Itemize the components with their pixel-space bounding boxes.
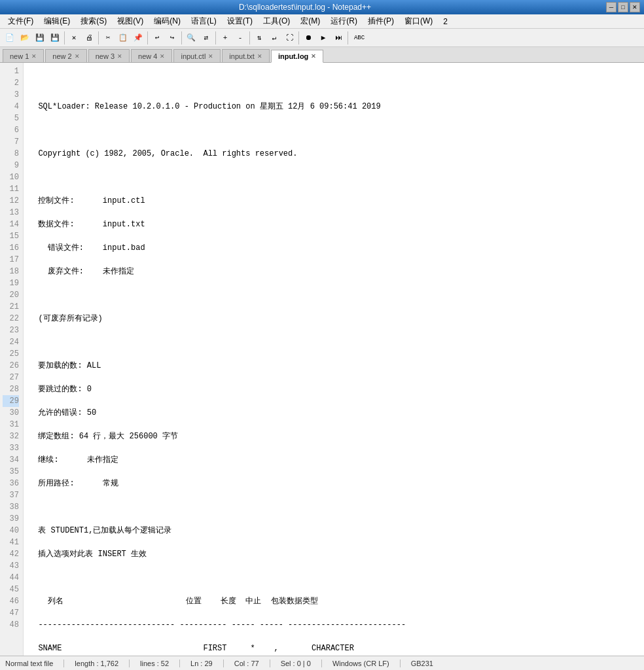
menu-macro[interactable]: 宏(M) [295,14,325,28]
line-14: 要跳过的数: 0 [29,383,639,395]
line-7: 数据文件: input.txt [29,219,639,230]
menu-search[interactable]: 搜索(S) [75,14,112,28]
run-button[interactable]: ⏭ [331,31,346,45]
minimize-button[interactable]: ─ [606,2,617,12]
menu-tools[interactable]: 工具(O) [258,14,295,28]
save-button[interactable]: 💾 [33,31,47,45]
menu-window[interactable]: 窗口(W) [399,14,438,28]
word-wrap-button[interactable]: ↵ [267,31,281,45]
maximize-button[interactable]: □ [618,2,628,12]
replace-button[interactable]: ⇄ [199,31,213,45]
menu-2[interactable]: 2 [438,16,453,27]
line-25: SNAME FIRST * , CHARACTER [29,643,639,654]
ln-31: 31 [3,419,19,431]
ln-23: 23 [3,325,19,336]
menu-view[interactable]: 视图(V) [112,14,149,28]
tab-inputlog-close[interactable]: ✕ [311,53,316,60]
line-11: (可废弃所有记录) [29,313,639,325]
tab-new4[interactable]: new 4 ✕ [131,49,172,62]
tab-new2-close[interactable]: ✕ [75,53,80,60]
line-21: 插入选项对此表 INSERT 生效 [29,548,639,560]
ln-43: 43 [3,560,19,572]
toolbar: 📄 📂 💾 💾 ✕ 🖨 ✂ 📋 📌 ↩ ↪ 🔍 ⇄ + - ⇅ ↵ ⛶ ⏺ ▶ … [0,29,644,47]
tab-inputtxt[interactable]: input.txt ✕ [222,49,270,62]
status-ln: Ln : 29 [190,660,224,667]
copy-button[interactable]: 📋 [116,31,130,45]
menu-language[interactable]: 语言(L) [186,14,222,28]
tab-new4-close[interactable]: ✕ [160,53,165,60]
redo-button[interactable]: ↪ [165,31,179,45]
window-title: D:\sqlloadertest\input.log - Notepad++ [4,3,606,12]
status-file-type: Normal text file [5,660,64,667]
menu-run[interactable]: 运行(R) [325,14,363,28]
ln-47: 47 [3,607,19,619]
line-8: 错误文件: input.bad [29,242,639,254]
line-12 [29,336,639,348]
toolbar-sep-7 [298,31,299,44]
ln-19: 19 [3,277,19,289]
fullscreen-button[interactable]: ⛶ [282,31,296,45]
status-eol: Windows (CR LF) [332,660,401,667]
tab-inputctl[interactable]: input.ctl ✕ [173,49,221,62]
ln-42: 42 [3,548,19,560]
close-button[interactable]: ✕ [630,2,640,12]
menu-settings[interactable]: 设置(T) [222,14,258,28]
menu-bar: 文件(F) 编辑(E) 搜索(S) 视图(V) 编码(N) 语言(L) 设置(T… [0,14,644,29]
ln-38: 38 [3,501,19,513]
ln-22: 22 [3,313,19,325]
close-button[interactable]: ✕ [67,31,81,45]
tab-inputlog[interactable]: input.log ✕ [271,50,323,63]
menu-encode[interactable]: 编码(N) [149,14,186,28]
menu-plugins[interactable]: 插件(P) [363,14,399,28]
tab-new3[interactable]: new 3 ✕ [88,49,130,62]
menu-file[interactable]: 文件(F) [3,14,39,28]
open-file-button[interactable]: 📂 [18,31,32,45]
abc-button[interactable]: ABC [350,31,368,45]
line-24: ----------------------------- ----------… [29,619,639,631]
tab-inputctl-close[interactable]: ✕ [208,53,213,60]
line-10 [29,289,639,301]
ln-37: 37 [3,489,19,501]
print-button[interactable]: 🖨 [82,31,96,45]
ln-8: 8 [3,148,19,160]
ln-25: 25 [3,348,19,360]
line-23: 列名 位置 长度 中止 包装数据类型 [29,595,639,607]
undo-button[interactable]: ↩ [150,31,164,45]
status-length: length : 1,762 [75,660,130,667]
line-3 [29,124,639,136]
find-button[interactable]: 🔍 [184,31,198,45]
toolbar-sep-6 [249,31,250,44]
tab-new1-close[interactable]: ✕ [31,53,37,60]
ln-15: 15 [3,230,19,242]
tab-inputtxt-close[interactable]: ✕ [257,53,262,60]
line-6: 控制文件: input.ctl [29,195,639,207]
ln-45: 45 [3,584,19,595]
paste-button[interactable]: 📌 [131,31,145,45]
menu-edit[interactable]: 编辑(E) [39,14,75,28]
tab-new2[interactable]: new 2 ✕ [45,49,86,62]
zoom-in-button[interactable]: + [218,31,232,45]
tab-new1[interactable]: new 1 ✕ [3,49,44,62]
sync-scroll-button[interactable]: ⇅ [252,31,266,45]
record-macro-button[interactable]: ⏺ [301,31,315,45]
ln-36: 36 [3,478,19,489]
tab-bar: new 1 ✕ new 2 ✕ new 3 ✕ new 4 ✕ input.ct… [0,47,644,63]
status-bar: Normal text file length : 1,762 lines : … [0,656,644,670]
ln-13: 13 [3,207,19,219]
line-16: 绑定数组: 64 行，最大 256000 字节 [29,431,639,442]
new-file-button[interactable]: 📄 [3,31,17,45]
save-all-button[interactable]: 💾 [48,31,62,45]
ln-30: 30 [3,407,19,419]
ln-46: 46 [3,595,19,607]
play-macro-button[interactable]: ▶ [316,31,331,45]
ln-3: 3 [3,89,19,101]
line-13: 要加载的数: ALL [29,360,639,372]
zoom-out-button[interactable]: - [233,31,247,45]
editor-container: 1 2 3 4 5 6 7 8 9 10 11 12 13 14 15 16 1… [0,63,644,656]
line-22 [29,572,639,584]
editor-content[interactable]: SQL*Loader: Release 10.2.0.1.0 - Product… [24,63,644,656]
cut-button[interactable]: ✂ [101,31,115,45]
ln-32: 32 [3,431,19,442]
tab-new3-close[interactable]: ✕ [117,53,122,60]
line-19 [29,501,639,513]
